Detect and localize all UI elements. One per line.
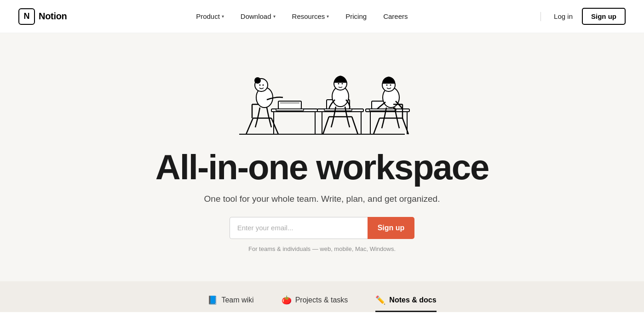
svg-rect-33: [369, 109, 396, 111]
tab-projects-tasks-label: Projects & tasks: [295, 296, 348, 304]
nav-careers[interactable]: Careers: [382, 10, 408, 23]
nav-divider: [540, 12, 541, 21]
login-button[interactable]: Log in: [548, 9, 578, 24]
navbar-auth: Log in Sign up: [537, 8, 626, 25]
navbar-nav: Product ▾ Download ▾ Resources ▾ Pricing…: [195, 10, 408, 23]
hero-illustration: [212, 38, 432, 139]
svg-point-36: [386, 85, 388, 86]
svg-rect-14: [278, 101, 301, 109]
signup-button[interactable]: Sign up: [582, 8, 626, 25]
hero-title: All-in-one workspace: [155, 148, 489, 187]
tab-projects-tasks[interactable]: 🍅 Projects & tasks: [282, 295, 348, 312]
svg-point-37: [390, 85, 391, 86]
svg-point-8: [254, 77, 261, 84]
tabs-row: 📘 Team wiki 🍅 Projects & tasks ✏️ Notes …: [207, 295, 436, 312]
svg-rect-15: [276, 109, 304, 111]
projects-tasks-emoji: 🍅: [282, 295, 292, 305]
svg-line-38: [374, 118, 380, 134]
hero-subtitle: One tool for your whole team. Write, pla…: [204, 194, 440, 204]
svg-line-2: [271, 118, 278, 134]
tab-notes-docs-label: Notes & docs: [389, 296, 436, 304]
svg-line-27: [352, 117, 358, 134]
notion-wordmark: Notion: [39, 11, 67, 22]
svg-line-39: [402, 118, 408, 134]
hero-cta-form: Sign up: [230, 217, 415, 239]
svg-point-10: [263, 85, 264, 86]
hero-section: All-in-one workspace One tool for your w…: [0, 33, 644, 281]
svg-line-26: [323, 117, 329, 134]
bottom-tabs-section: 📘 Team wiki 🍅 Projects & tasks ✏️ Notes …: [0, 281, 644, 312]
svg-point-25: [342, 83, 343, 85]
svg-point-24: [338, 83, 339, 85]
nav-product[interactable]: Product ▾: [195, 10, 225, 23]
tab-team-wiki-label: Team wiki: [221, 296, 253, 304]
nav-pricing[interactable]: Pricing: [345, 10, 368, 23]
svg-line-1: [246, 118, 253, 134]
svg-rect-21: [324, 109, 352, 111]
team-wiki-emoji: 📘: [207, 295, 218, 305]
chevron-down-icon: ▾: [327, 14, 329, 19]
tab-team-wiki[interactable]: 📘 Team wiki: [207, 295, 253, 312]
chevron-down-icon: ▾: [222, 14, 224, 19]
notion-logo-icon: N: [18, 8, 35, 25]
chevron-down-icon: ▾: [273, 14, 276, 19]
cta-signup-button[interactable]: Sign up: [368, 217, 415, 239]
nav-download[interactable]: Download ▾: [240, 10, 276, 23]
notes-docs-emoji: ✏️: [375, 295, 385, 305]
navbar-brand: N Notion: [18, 8, 67, 25]
email-input[interactable]: [230, 217, 368, 239]
nav-resources[interactable]: Resources ▾: [291, 10, 330, 23]
navbar: N Notion Product ▾ Download ▾ Resources …: [0, 0, 644, 33]
tab-notes-docs[interactable]: ✏️ Notes & docs: [375, 295, 436, 312]
svg-point-9: [259, 85, 261, 86]
hero-note: For teams & individuals — web, mobile, M…: [248, 245, 396, 252]
